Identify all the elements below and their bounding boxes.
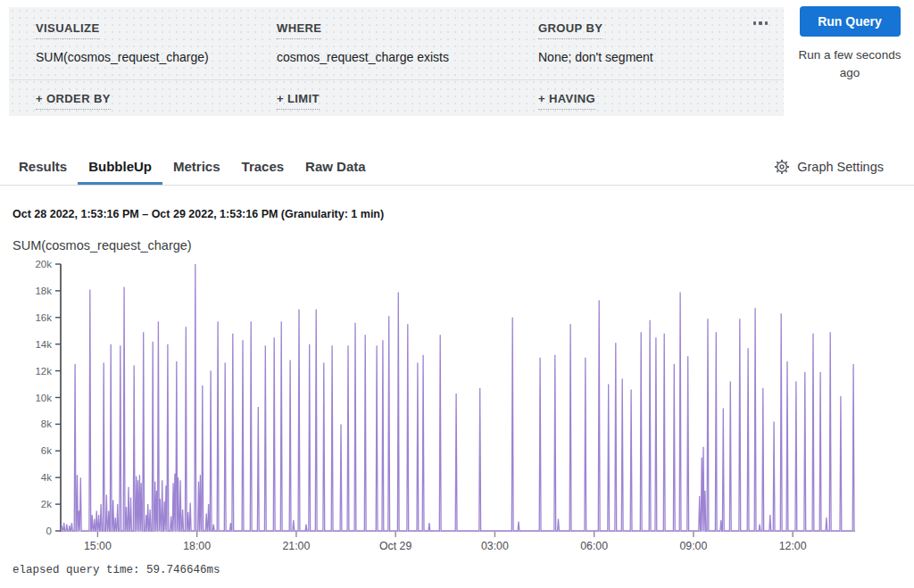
where-clause: WHERE cosmos_request_charge exists: [277, 20, 538, 79]
add-limit-button[interactable]: + LIMIT: [277, 92, 320, 110]
svg-text:10k: 10k: [35, 393, 52, 403]
svg-text:6k: 6k: [41, 445, 52, 456]
svg-text:12:00: 12:00: [779, 540, 807, 552]
tab-results[interactable]: Results: [8, 148, 78, 185]
run-query-button[interactable]: Run Query: [800, 6, 901, 37]
visualize-value[interactable]: SUM(cosmos_request_charge): [36, 50, 277, 64]
results-tab-bar: Results BubbleUp Metrics Traces Raw Data: [0, 148, 914, 186]
svg-text:14k: 14k: [35, 339, 52, 350]
tab-raw-data[interactable]: Raw Data: [295, 148, 377, 185]
svg-text:03:00: 03:00: [481, 540, 509, 552]
run-status-text: Run a few seconds ago: [794, 46, 905, 81]
where-value[interactable]: cosmos_request_charge exists: [277, 50, 538, 64]
visualize-clause: VISUALIZE SUM(cosmos_request_charge): [36, 20, 277, 79]
svg-text:06:00: 06:00: [580, 540, 608, 552]
run-query-area: Run Query Run a few seconds ago: [794, 6, 905, 81]
group-by-value[interactable]: None; don't segment: [538, 50, 766, 64]
group-by-label[interactable]: GROUP BY: [538, 21, 602, 39]
svg-text:18:00: 18:00: [183, 540, 211, 552]
ellipsis-icon: [765, 21, 769, 25]
svg-text:16k: 16k: [35, 312, 52, 323]
ellipsis-icon: [753, 21, 757, 25]
chart-title: SUM(cosmos_request_charge): [12, 238, 192, 253]
svg-text:21:00: 21:00: [283, 540, 311, 552]
tab-metrics[interactable]: Metrics: [162, 148, 231, 185]
more-options-button[interactable]: [748, 14, 773, 32]
graph-settings-button[interactable]: Graph Settings: [774, 148, 884, 186]
svg-text:20k: 20k: [35, 259, 52, 269]
svg-text:0: 0: [46, 526, 52, 536]
svg-text:12k: 12k: [35, 366, 52, 377]
where-label[interactable]: WHERE: [277, 21, 321, 39]
time-range-text: Oct 28 2022, 1:53:16 PM – Oct 29 2022, 1…: [12, 208, 384, 220]
tab-traces[interactable]: Traces: [231, 148, 295, 185]
add-clauses-row: + ORDER BY + LIMIT + HAVING: [9, 79, 784, 116]
visualize-label[interactable]: VISUALIZE: [36, 21, 100, 39]
svg-text:15:00: 15:00: [84, 540, 112, 552]
add-order-by-button[interactable]: + ORDER BY: [36, 92, 111, 110]
svg-text:18k: 18k: [35, 286, 52, 296]
svg-text:8k: 8k: [41, 418, 52, 429]
group-by-clause: GROUP BY None; don't segment: [538, 20, 766, 79]
tab-bubbleup[interactable]: BubbleUp: [78, 148, 162, 185]
svg-text:09:00: 09:00: [680, 540, 708, 552]
svg-text:4k: 4k: [41, 472, 52, 483]
query-clauses-row: VISUALIZE SUM(cosmos_request_charge) WHE…: [9, 7, 784, 79]
svg-text:2k: 2k: [41, 499, 52, 509]
timeseries-chart[interactable]: 02k4k6k8k10k12k14k16k18k20k15:0018:0021:…: [0, 257, 902, 560]
gear-icon: [774, 159, 790, 175]
elapsed-query-time: elapsed query time: 59.746646ms: [12, 564, 220, 576]
svg-text:Oct 29: Oct 29: [379, 540, 411, 552]
add-having-button[interactable]: + HAVING: [538, 92, 595, 110]
ellipsis-icon: [759, 21, 762, 25]
graph-settings-label: Graph Settings: [797, 160, 884, 174]
query-builder-panel: VISUALIZE SUM(cosmos_request_charge) WHE…: [9, 7, 784, 116]
